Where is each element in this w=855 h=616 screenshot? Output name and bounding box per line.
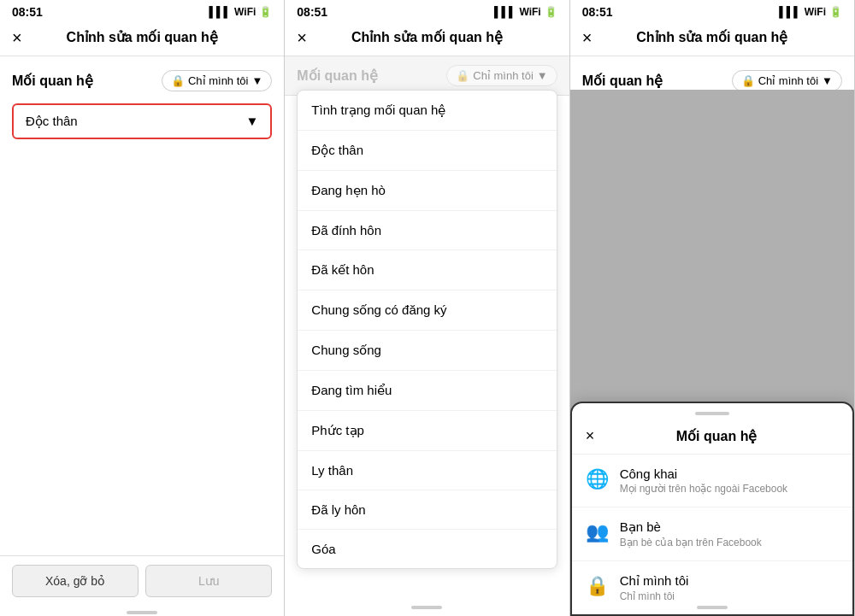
sheet-item-icon-1: 👥 bbox=[586, 521, 610, 543]
header-middle: × Chỉnh sửa mối quan hệ bbox=[285, 21, 569, 56]
privacy-dropdown-left[interactable]: 🔒 Chỉ mình tôi ▼ bbox=[162, 70, 272, 91]
chevron-bg: ▼ bbox=[537, 69, 548, 82]
scroll-line-left bbox=[127, 611, 157, 614]
sheet-item-0[interactable]: 🌐Công khaiMọi người trên hoặc ngoài Face… bbox=[572, 455, 852, 507]
lock-icon-left: 🔒 bbox=[171, 74, 185, 87]
relationship-select-left[interactable]: Độc thân ▼ bbox=[12, 103, 272, 139]
header-title-middle: Chỉnh sửa mối quan hệ bbox=[351, 29, 503, 47]
sheet-header: × Mối quan hệ bbox=[572, 420, 852, 455]
dropdown-item-6[interactable]: Chung sống bbox=[298, 331, 556, 371]
status-bar-right: 08:51 ▌▌▌ WiFi 🔋 bbox=[570, 0, 854, 21]
privacy-dropdown-right[interactable]: 🔒 Chỉ mình tôi ▼ bbox=[732, 70, 842, 91]
header-left: × Chỉnh sửa mối quan hệ bbox=[0, 21, 284, 56]
battery-icon-m: 🔋 bbox=[545, 6, 557, 18]
privacy-label-right: Chỉ mình tôi bbox=[758, 74, 818, 87]
scroll-indicator-left bbox=[0, 606, 284, 616]
status-icons-right: ▌▌▌ WiFi 🔋 bbox=[779, 6, 842, 18]
dropdown-list-middle: Tình trạng mối quan hệĐộc thânĐang hẹn h… bbox=[297, 90, 557, 569]
sheet-item-icon-2: 🔒 bbox=[586, 575, 610, 597]
dropdown-item-8[interactable]: Phức tạp bbox=[298, 411, 556, 451]
content-left: Mối quan hệ 🔒 Chỉ mình tôi ▼ Độc thân ▼ bbox=[0, 56, 284, 555]
header-right: × Chỉnh sửa mối quan hệ bbox=[570, 21, 854, 56]
wifi-icon-r: WiFi bbox=[805, 6, 826, 18]
signal-icon-m: ▌▌▌ bbox=[494, 6, 516, 18]
close-button-right[interactable]: × bbox=[582, 28, 593, 48]
status-icons-left: ▌▌▌ WiFi 🔋 bbox=[209, 6, 273, 18]
middle-panel: 08:51 ▌▌▌ WiFi 🔋 × Chỉnh sửa mối quan hệ… bbox=[285, 0, 569, 616]
dropdown-item-3[interactable]: Đã đính hôn bbox=[298, 211, 556, 250]
section-label-right: Mối quan hệ bbox=[582, 73, 663, 89]
privacy-label-left: Chỉ mình tôi bbox=[188, 74, 248, 87]
close-button-left[interactable]: × bbox=[12, 28, 22, 48]
scroll-indicator-right bbox=[570, 601, 854, 611]
save-button-left[interactable]: Lưu bbox=[145, 565, 272, 597]
chevron-down-icon-right: ▼ bbox=[822, 74, 833, 87]
battery-icon-r: 🔋 bbox=[829, 6, 842, 18]
wifi-icon: WiFi bbox=[234, 6, 256, 18]
relationship-value-left: Độc thân bbox=[26, 114, 78, 129]
close-button-middle[interactable]: × bbox=[297, 28, 307, 48]
delete-button-left[interactable]: Xóa, gỡ bỏ bbox=[12, 565, 139, 597]
sheet-item-1[interactable]: 👥Bạn bèBạn bè của bạn trên Facebook bbox=[572, 507, 852, 561]
sheet-items-container: 🌐Công khaiMọi người trên hoặc ngoài Face… bbox=[572, 455, 852, 614]
sheet-close-button[interactable]: × bbox=[586, 427, 595, 445]
wifi-icon-m: WiFi bbox=[519, 6, 540, 18]
sheet-item-desc-0: Mọi người trên hoặc ngoài Facebook bbox=[620, 483, 787, 495]
status-time-right: 08:51 bbox=[582, 5, 613, 19]
sheet-title: Mối quan hệ bbox=[594, 428, 839, 444]
sheet-item-title-1: Bạn bè bbox=[620, 519, 762, 535]
sheet-item-text-0: Công khaiMọi người trên hoặc ngoài Faceb… bbox=[620, 466, 787, 495]
status-icons-middle: ▌▌▌ WiFi 🔋 bbox=[494, 6, 557, 18]
status-bar-left: 08:51 ▌▌▌ WiFi 🔋 bbox=[0, 0, 284, 21]
battery-icon: 🔋 bbox=[259, 6, 272, 18]
sheet-item-text-2: Chỉ mình tôiChỉ mình tôi bbox=[620, 573, 689, 602]
lock-icon-bg: 🔒 bbox=[456, 69, 469, 82]
sheet-item-desc-1: Bạn bè của bạn trên Facebook bbox=[620, 537, 762, 549]
privacy-label-bg: Chỉ mình tôi bbox=[473, 69, 533, 82]
sheet-item-icon-0: 🌐 bbox=[586, 468, 610, 490]
sheet-handle bbox=[695, 412, 729, 415]
dropdown-item-11[interactable]: Góa bbox=[298, 530, 556, 568]
sheet-item-title-0: Công khai bbox=[620, 466, 787, 481]
status-time-middle: 08:51 bbox=[297, 5, 327, 19]
dropdown-item-2[interactable]: Đang hẹn hò bbox=[298, 171, 556, 211]
bg-privacy-badge: 🔒 Chỉ mình tôi ▼ bbox=[446, 65, 557, 86]
chevron-down-icon-select-left: ▼ bbox=[245, 114, 258, 128]
sheet-item-title-2: Chỉ mình tôi bbox=[620, 573, 689, 589]
bg-section-label: Mối quan hệ bbox=[297, 67, 378, 84]
header-title-left: Chỉnh sửa mối quan hệ bbox=[67, 29, 218, 47]
section-row-left: Mối quan hệ 🔒 Chỉ mình tôi ▼ bbox=[12, 70, 272, 91]
status-time-left: 08:51 bbox=[12, 5, 43, 19]
sheet-item-text-1: Bạn bèBạn bè của bạn trên Facebook bbox=[620, 519, 762, 549]
dropdown-item-10[interactable]: Đã ly hôn bbox=[298, 490, 556, 530]
signal-icon: ▌▌▌ bbox=[209, 6, 232, 18]
status-bar-middle: 08:51 ▌▌▌ WiFi 🔋 bbox=[285, 0, 569, 21]
dropdown-item-0[interactable]: Tình trạng mối quan hệ bbox=[298, 91, 556, 131]
lock-icon-right: 🔒 bbox=[741, 74, 755, 87]
dropdown-item-9[interactable]: Ly thân bbox=[298, 451, 556, 490]
scroll-line-middle bbox=[411, 606, 442, 609]
section-row-right: Mối quan hệ 🔒 Chỉ mình tôi ▼ bbox=[582, 70, 842, 91]
gray-overlay bbox=[570, 90, 854, 428]
header-title-right: Chỉnh sửa mối quan hệ bbox=[636, 29, 787, 47]
right-panel: 08:51 ▌▌▌ WiFi 🔋 × Chỉnh sửa mối quan hệ… bbox=[570, 0, 855, 616]
chevron-down-icon-left: ▼ bbox=[251, 74, 262, 87]
scroll-indicator-middle bbox=[285, 601, 569, 611]
section-label-left: Mối quan hệ bbox=[12, 73, 93, 89]
dropdown-item-7[interactable]: Đang tìm hiểu bbox=[298, 371, 556, 411]
bottom-bar-left: Xóa, gỡ bỏ Lưu bbox=[0, 555, 284, 606]
dropdown-item-4[interactable]: Đã kết hôn bbox=[298, 250, 556, 290]
scroll-line-right bbox=[697, 606, 728, 609]
signal-icon-r: ▌▌▌ bbox=[779, 6, 801, 18]
dropdown-item-1[interactable]: Độc thân bbox=[298, 131, 556, 171]
bottom-sheet: × Mối quan hệ 🌐Công khaiMọi người trên h… bbox=[570, 402, 854, 616]
dropdown-item-5[interactable]: Chung sống có đăng ký bbox=[298, 290, 556, 331]
left-panel: 08:51 ▌▌▌ WiFi 🔋 × Chỉnh sửa mối quan hệ… bbox=[0, 0, 285, 616]
